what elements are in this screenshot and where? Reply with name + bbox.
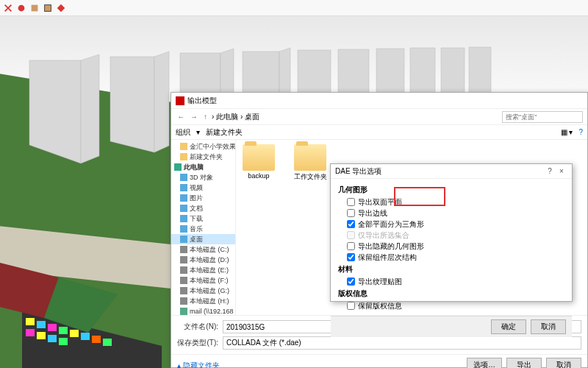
desktop-icon [180,236,187,243]
svg-rect-2 [45,4,51,11]
organize-menu[interactable]: 组织 [176,127,190,138]
group-label-copyright: 版权信息 [338,289,564,299]
tree-item-C[interactable]: 本地磁盘 (C:) [171,244,235,255]
dl-icon [180,215,187,222]
tree-item-[interactable]: 新建文件夹 [171,152,235,162]
file-item[interactable]: backup [240,144,277,180]
netdrive-icon [180,308,187,315]
filename-label: 文件名(N): [177,322,218,332]
group-label-geometry: 几何图形 [338,185,564,195]
dialog-titlebar[interactable]: 输出模型 [171,93,587,109]
tree-item-3D[interactable]: 3D 对象 [171,172,235,183]
folder-icon [243,144,275,171]
search-input[interactable] [502,111,583,123]
tree-item-[interactable]: 此电脑 [171,162,235,172]
view-icon[interactable]: ▦ ▾ [561,128,573,136]
checkbox[interactable] [347,209,355,217]
savetype-label: 保存类型(T): [177,338,218,348]
svg-rect-32 [48,335,57,342]
checkbox [347,231,355,239]
savetype-select[interactable]: COLLADA 文件 (*.dae) [223,336,581,350]
close-icon[interactable]: × [556,167,567,175]
option-保留组件层次结构[interactable]: 保留组件层次结构 [347,252,564,263]
svg-rect-29 [103,339,112,346]
new-folder-button[interactable]: 新建文件夹 [206,127,243,138]
svg-rect-28 [92,336,101,343]
pc-icon [174,163,182,171]
svg-marker-9 [110,57,154,152]
cube2-icon[interactable] [43,3,53,13]
option-全部平面分为三角形[interactable]: 全部平面分为三角形 [347,219,564,230]
options-title: DAE 导出选项 [335,166,381,177]
cancel-button[interactable]: 取消 [546,358,581,368]
help-icon[interactable]: ? [578,128,583,136]
ok-button[interactable]: 确定 [491,319,526,334]
drive-icon [180,266,187,274]
svg-rect-30 [26,329,35,336]
folder-icon [180,153,187,160]
tree-item-mail192168[interactable]: mail (\\192.168 [171,306,235,315]
checkbox[interactable] [347,277,355,286]
option-导出纹理贴图[interactable]: 导出纹理贴图 [347,276,564,287]
drive-icon [180,256,187,263]
scissors-icon[interactable] [3,3,13,13]
checkbox[interactable] [347,198,355,206]
tree-item-F[interactable]: 本地磁盘 (F:) [171,275,235,286]
group-label-material: 材料 [338,264,564,275]
svg-point-0 [18,4,25,11]
svg-rect-31 [37,332,46,339]
cancel-options-button[interactable]: 取消 [531,319,566,334]
svg-marker-3 [57,4,65,12]
svg-marker-8 [81,54,99,163]
help-icon[interactable]: ? [544,167,556,175]
tree-item-[interactable]: 桌面 [171,234,235,244]
gem-icon[interactable] [56,3,66,13]
options-button[interactable]: 选项… [467,358,502,368]
checkbox[interactable] [347,302,355,310]
checkbox[interactable] [347,242,355,250]
drive-icon [180,246,187,253]
folder-tree[interactable]: 金汇中小学效果新建文件夹此电脑3D 对象视频图片文档下载音乐桌面本地磁盘 (C:… [171,140,236,315]
file-item[interactable]: 工作文件夹 [292,144,329,182]
back-icon[interactable]: ← [176,113,186,121]
tree-item-[interactable]: 视频 [171,183,235,193]
tree-item-[interactable]: 下载 [171,213,235,224]
svg-rect-33 [59,338,68,345]
tree-item-H[interactable]: 本地磁盘 (H:) [171,296,235,306]
checkbox[interactable] [347,220,355,228]
dialog-nav: ← → ↑ › 此电脑 › 桌面 [171,109,587,125]
tree-item-D[interactable]: 本地磁盘 (D:) [171,255,235,265]
svg-rect-25 [59,327,68,334]
cube-icon[interactable] [29,3,40,13]
tree-item-[interactable]: 文档 [171,203,235,213]
tree-item-E[interactable]: 本地磁盘 (E:) [171,265,235,275]
forward-icon[interactable]: → [189,113,199,121]
up-icon[interactable]: ↑ [202,113,209,121]
svg-rect-26 [70,330,79,337]
option-导出边线[interactable]: 导出边线 [347,208,564,219]
3d-icon [180,174,187,181]
svg-rect-1 [32,4,38,11]
app-toolbar [0,0,588,16]
svg-rect-23 [37,321,46,328]
checkbox[interactable] [347,253,355,261]
tree-item-G[interactable]: 本地磁盘 (G:) [171,286,235,296]
svg-rect-24 [48,324,57,331]
breadcrumb[interactable]: › 此电脑 › 桌面 [212,112,499,122]
app-icon [176,96,184,105]
hide-folders-link[interactable]: ▴ 隐藏文件夹 [171,359,226,368]
option-导出双面平面[interactable]: 导出双面平面 [347,197,564,208]
tree-item-[interactable]: 音乐 [171,224,235,234]
export-button[interactable]: 导出 [506,358,542,368]
svg-rect-22 [26,318,35,325]
paint-icon[interactable] [16,3,26,13]
folder-icon [180,143,187,150]
options-titlebar[interactable]: DAE 导出选项 ? × [331,164,572,179]
svg-marker-7 [29,60,81,163]
drive-icon [180,297,187,305]
option-导出隐藏的几何图形[interactable]: 导出隐藏的几何图形 [347,241,564,252]
pic-icon [180,194,187,202]
option-保留版权信息[interactable]: 保留版权信息 [347,300,564,311]
tree-item-[interactable]: 图片 [171,193,235,203]
tree-item-[interactable]: 金汇中小学效果 [171,141,235,152]
